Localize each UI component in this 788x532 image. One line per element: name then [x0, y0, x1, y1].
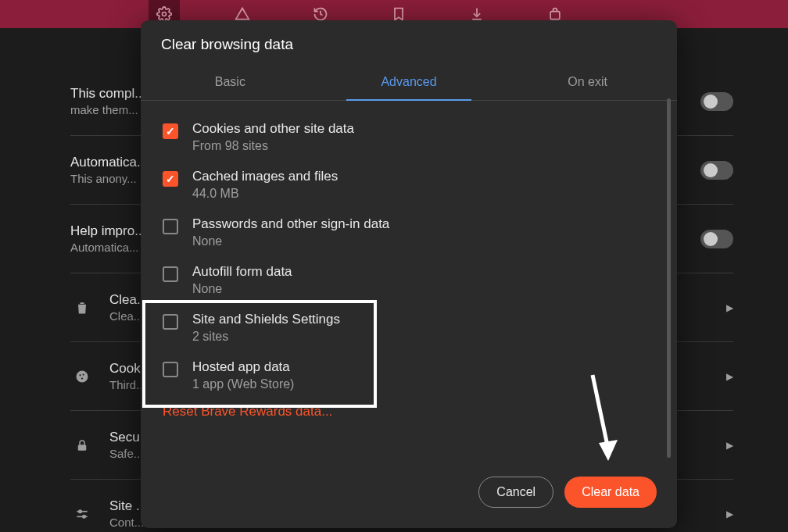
svg-point-10: [83, 515, 85, 517]
clear-data-button[interactable]: Clear data: [564, 477, 657, 508]
option-hosted-app[interactable]: Hosted app data 1 app (Web Store): [158, 352, 660, 399]
option-title: Cached images and files: [192, 169, 338, 184]
svg-point-2: [77, 370, 88, 382]
tab-advanced[interactable]: Advanced: [320, 67, 499, 100]
svg-rect-6: [78, 445, 87, 451]
chevron-right-icon: ▶: [726, 371, 733, 382]
option-sub: 1 app (Web Store): [192, 377, 294, 391]
option-sub: 44.0 MB: [192, 187, 338, 201]
svg-point-0: [163, 12, 167, 16]
svg-point-9: [79, 510, 81, 512]
checkbox-icon[interactable]: [163, 314, 178, 330]
checkbox-icon[interactable]: ✓: [163, 123, 178, 139]
svg-point-4: [83, 373, 84, 375]
svg-rect-1: [550, 12, 560, 20]
cookie-icon: [70, 369, 94, 384]
toggle-switch[interactable]: [700, 92, 733, 111]
option-title: Cookies and other site data: [192, 121, 354, 137]
dialog-tabs: Basic Advanced On exit: [141, 67, 677, 101]
toggle-switch[interactable]: [700, 161, 733, 180]
chevron-right-icon: ▶: [726, 440, 733, 451]
trash-icon: [70, 300, 94, 316]
option-sub: None: [192, 234, 389, 248]
checkbox-icon[interactable]: [163, 266, 178, 282]
option-title: Autofill form data: [192, 264, 292, 280]
chevron-right-icon: ▶: [726, 509, 733, 520]
svg-point-3: [79, 374, 81, 376]
option-title: Hosted app data: [192, 359, 294, 375]
sliders-icon: [70, 506, 94, 522]
dialog-footer: Cancel Clear data: [141, 469, 677, 528]
toggle-switch[interactable]: [700, 230, 733, 248]
option-sub: None: [192, 282, 292, 296]
clear-browsing-data-dialog: Clear browsing data Basic Advanced On ex…: [141, 20, 677, 528]
option-title: Passwords and other sign-in data: [192, 216, 389, 232]
dialog-title: Clear browsing data: [141, 20, 677, 67]
tab-basic[interactable]: Basic: [141, 67, 320, 100]
option-sub: 2 sites: [192, 330, 340, 344]
scrollbar[interactable]: [667, 98, 671, 458]
option-autofill[interactable]: Autofill form data None: [158, 256, 660, 304]
option-passwords[interactable]: Passwords and other sign-in data None: [158, 209, 660, 256]
chevron-right-icon: ▶: [726, 302, 733, 313]
svg-point-5: [81, 377, 83, 379]
option-cookies[interactable]: ✓ Cookies and other site data From 98 si…: [158, 113, 660, 161]
cancel-button[interactable]: Cancel: [478, 477, 553, 508]
reset-rewards-link[interactable]: Reset Brave Rewards data...: [158, 399, 660, 429]
checkbox-icon[interactable]: ✓: [163, 171, 178, 187]
tab-on-exit[interactable]: On exit: [498, 67, 677, 100]
lock-icon: [70, 437, 94, 453]
checkbox-icon[interactable]: [163, 362, 178, 377]
option-title: Site and Shields Settings: [192, 312, 340, 327]
dialog-body: ✓ Cookies and other site data From 98 si…: [141, 101, 677, 469]
option-site-shields[interactable]: Site and Shields Settings 2 sites: [158, 304, 660, 352]
option-cache[interactable]: ✓ Cached images and files 44.0 MB: [158, 161, 660, 209]
checkbox-icon[interactable]: [163, 219, 178, 234]
option-sub: From 98 sites: [192, 139, 354, 153]
